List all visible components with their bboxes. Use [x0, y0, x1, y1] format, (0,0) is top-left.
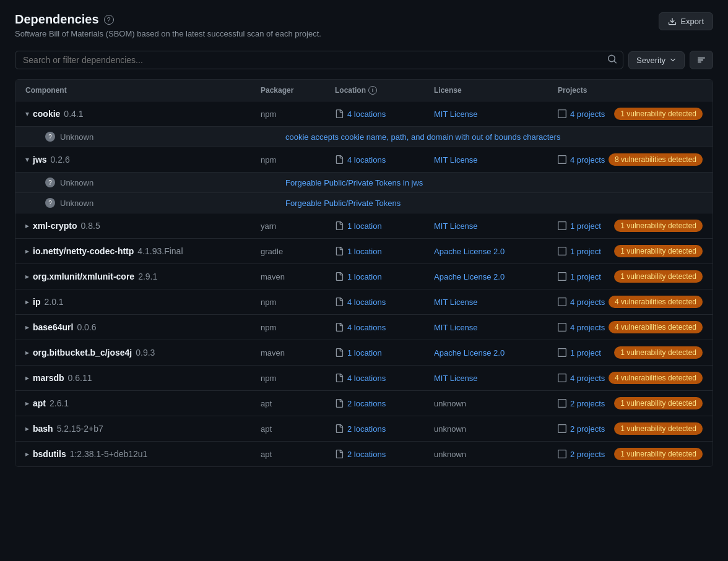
dep-projects[interactable]: 4 projects — [558, 155, 605, 165]
dep-projects[interactable]: 1 project — [558, 221, 601, 231]
page-subtitle: Software Bill of Materials (SBOM) based … — [15, 29, 321, 38]
dep-projects[interactable]: 1 project — [558, 348, 601, 358]
dep-version: 1:2.38.1-5+deb12u1 — [70, 449, 148, 459]
dep-main-row: ▸ base64url 0.0.6 npm 4 locations MIT Li… — [15, 315, 713, 340]
expand-button[interactable]: ▸ — [25, 424, 29, 433]
projects-icon — [558, 221, 566, 230]
dep-packager: npm — [261, 109, 335, 119]
table-row: ▾ cookie 0.4.1 npm 4 locations MIT Licen… — [15, 101, 713, 147]
dep-packager: npm — [261, 374, 335, 383]
dep-location[interactable]: 1 location — [335, 348, 434, 358]
dep-projects[interactable]: 1 project — [558, 247, 601, 256]
dep-location[interactable]: 1 location — [335, 272, 434, 281]
location-text: 1 location — [347, 247, 382, 256]
severity-label: Unknown — [60, 178, 93, 187]
sort-button[interactable] — [690, 51, 713, 69]
page-title: Dependencies — [15, 12, 99, 27]
severity-icon: ? — [45, 198, 55, 208]
dep-location[interactable]: 4 locations — [335, 374, 434, 383]
dep-version: 2.9.1 — [138, 272, 157, 281]
expand-button[interactable]: ▸ — [25, 247, 29, 255]
vuln-badge: 1 vulnerability detected — [614, 397, 703, 409]
dep-license: MIT License — [434, 221, 558, 231]
dep-location[interactable]: 1 location — [335, 221, 434, 231]
dep-projects[interactable]: 2 projects — [558, 399, 605, 408]
projects-text: 1 project — [570, 247, 601, 256]
dep-projects[interactable]: 4 projects — [558, 298, 605, 307]
search-wrapper — [15, 51, 623, 69]
dep-main-row: ▸ org.xmlunit/xmlunit-core 2.9.1 maven 1… — [15, 264, 713, 289]
dep-projects[interactable]: 4 projects — [558, 323, 605, 332]
expand-button[interactable]: ▸ — [25, 323, 29, 332]
vuln-description-link[interactable]: Forgeable Public/Private Tokens — [285, 199, 703, 208]
search-input[interactable] — [15, 51, 623, 69]
help-icon[interactable]: ? — [104, 15, 114, 25]
dep-license: Apache License 2.0 — [434, 247, 558, 256]
chevron-down-icon — [669, 56, 677, 64]
table-row: ▸ marsdb 0.6.11 npm 4 locations MIT Lice… — [15, 366, 713, 391]
dep-name: org.bitbucket.b_c/jose4j — [33, 348, 132, 358]
expand-button[interactable]: ▸ — [25, 450, 29, 458]
file-icon — [335, 298, 344, 306]
expand-button[interactable]: ▸ — [25, 221, 29, 230]
dep-projects[interactable]: 4 projects — [558, 109, 605, 119]
projects-icon — [558, 424, 566, 433]
sub-row-content: ? Unknown Forgeable Public/Private Token… — [15, 193, 713, 213]
dep-main-row: ▸ apt 2.6.1 apt 2 locations unknown 2 pr… — [15, 391, 713, 416]
severity-icon: ? — [45, 132, 55, 142]
location-info-icon[interactable]: i — [368, 86, 377, 95]
projects-text: 1 project — [570, 221, 601, 231]
dep-packager: apt — [261, 399, 335, 408]
vuln-badge: 1 vulnerability detected — [614, 220, 703, 232]
dep-packager: maven — [261, 272, 335, 281]
vuln-badge: 1 vulnerability detected — [614, 245, 703, 257]
dep-location[interactable]: 2 locations — [335, 424, 434, 434]
dep-version: 2.0.1 — [44, 297, 63, 307]
projects-icon — [558, 155, 566, 164]
location-text: 4 locations — [347, 323, 386, 332]
export-button[interactable]: Export — [659, 12, 713, 30]
col-packager: Packager — [261, 86, 335, 95]
expand-button[interactable]: ▾ — [25, 155, 29, 164]
dep-projects[interactable]: 4 projects — [558, 374, 605, 383]
location-text: 1 location — [347, 272, 382, 281]
severity-button[interactable]: Severity — [628, 51, 685, 69]
dep-projects[interactable]: 2 projects — [558, 424, 605, 434]
dep-name: org.xmlunit/xmlunit-core — [33, 272, 134, 281]
file-icon — [335, 348, 344, 357]
dep-packager: apt — [261, 424, 335, 434]
vuln-description-link[interactable]: Forgeable Public/Private Tokens in jws — [285, 178, 703, 187]
dep-version: 0.4.1 — [64, 109, 83, 119]
dep-location[interactable]: 4 locations — [335, 298, 434, 307]
dep-location[interactable]: 4 locations — [335, 155, 434, 165]
vuln-description-link[interactable]: cookie accepts cookie name, path, and do… — [285, 132, 703, 142]
expand-button[interactable]: ▸ — [25, 399, 29, 408]
sub-row-content: ? Unknown cookie accepts cookie name, pa… — [15, 127, 713, 147]
dep-projects[interactable]: 1 project — [558, 272, 601, 281]
dep-name-cell: ▸ xml-crypto 0.8.5 — [25, 221, 261, 231]
expand-button[interactable]: ▸ — [25, 374, 29, 382]
dep-location[interactable]: 4 locations — [335, 323, 434, 332]
expand-button[interactable]: ▸ — [25, 298, 29, 306]
projects-text: 4 projects — [570, 155, 605, 165]
expand-button[interactable]: ▸ — [25, 272, 29, 281]
table-row: ▸ org.xmlunit/xmlunit-core 2.9.1 maven 1… — [15, 264, 713, 289]
dep-location[interactable]: 2 locations — [335, 399, 434, 408]
table-row: ▾ jws 0.2.6 npm 4 locations MIT License … — [15, 147, 713, 213]
dep-name-cell: ▸ base64url 0.0.6 — [25, 322, 261, 332]
expand-button[interactable]: ▸ — [25, 348, 29, 357]
projects-text: 4 projects — [570, 109, 605, 119]
severity-icon: ? — [45, 178, 55, 187]
search-button[interactable] — [606, 53, 618, 67]
dep-main-row: ▾ jws 0.2.6 npm 4 locations MIT License … — [15, 147, 713, 172]
dep-location[interactable]: 2 locations — [335, 450, 434, 459]
dep-version: 4.1.93.Final — [137, 246, 183, 256]
expand-button[interactable]: ▾ — [25, 109, 29, 118]
vuln-badge: 4 vulnerabilities detected — [609, 321, 703, 333]
dep-location[interactable]: 4 locations — [335, 109, 434, 119]
dep-projects[interactable]: 2 projects — [558, 450, 605, 459]
vuln-badge: 1 vulnerability detected — [614, 270, 703, 283]
dep-location[interactable]: 1 location — [335, 247, 434, 256]
dep-license: unknown — [434, 450, 558, 459]
projects-text: 4 projects — [570, 323, 605, 332]
